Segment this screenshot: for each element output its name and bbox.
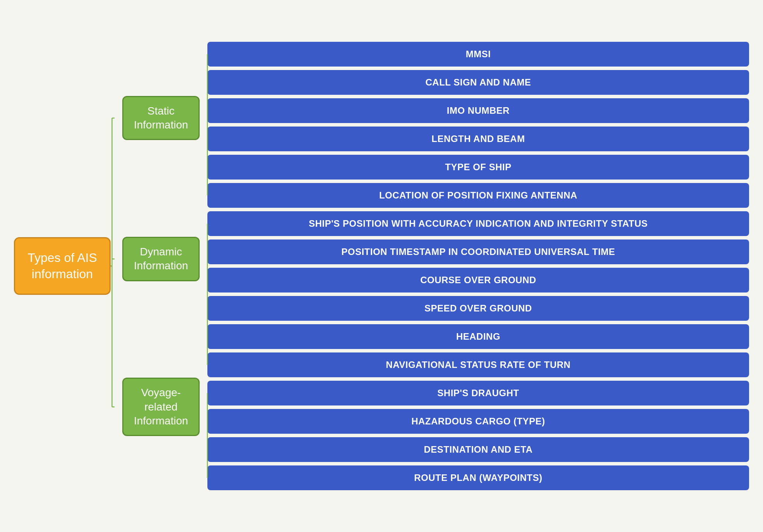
info-box-destination: DESTINATION AND ETA xyxy=(207,437,749,462)
voyage-label: Voyage-related Information xyxy=(134,387,188,427)
root-label: Types of AIS information xyxy=(27,251,97,281)
info-box-hazardous: HAZARDOUS CARGO (TYPE) xyxy=(207,409,749,434)
diagram: Types of AIS information Static Informat… xyxy=(14,40,749,492)
info-box-type-ship: TYPE OF SHIP xyxy=(207,155,749,180)
category-static: Static Information xyxy=(115,96,207,140)
root-node-container: Types of AIS information xyxy=(14,40,115,492)
info-box-course-ground: COURSE OVER GROUND xyxy=(207,268,749,293)
root-node: Types of AIS information xyxy=(14,237,111,295)
info-box-route-plan: ROUTE PLAN (WAYPOINTS) xyxy=(207,465,749,490)
voyage-info-node: Voyage-related Information xyxy=(122,378,200,436)
info-box-location-antenna: LOCATION OF POSITION FIXING ANTENNA xyxy=(207,183,749,208)
info-box-call-sign: CALL SIGN AND NAME xyxy=(207,70,749,95)
info-box-imo: IMO NUMBER xyxy=(207,98,749,123)
info-box-ships-position: SHIP'S POSITION WITH ACCURACY INDICATION… xyxy=(207,211,749,236)
info-box-mmsi: MMSI xyxy=(207,42,749,67)
info-boxes-column: MMSI CALL SIGN AND NAME IMO NUMBER LENGT… xyxy=(207,40,749,492)
info-box-position-timestamp: POSITION TIMESTAMP IN COORDINATED UNIVER… xyxy=(207,239,749,264)
info-box-heading: HEADING xyxy=(207,324,749,349)
category-column: Static Information Dynamic Information V… xyxy=(115,40,207,492)
static-label: Static Information xyxy=(134,105,188,131)
category-dynamic: Dynamic Information xyxy=(115,237,207,281)
info-box-nav-status: NAVIGATIONAL STATUS RATE OF TURN xyxy=(207,352,749,377)
category-voyage: Voyage-related Information xyxy=(115,378,207,436)
dynamic-label: Dynamic Information xyxy=(134,246,188,272)
info-box-length-beam: LENGTH AND BEAM xyxy=(207,127,749,151)
static-info-node: Static Information xyxy=(122,96,200,140)
dynamic-info-node: Dynamic Information xyxy=(122,237,200,281)
info-box-draught: SHIP'S DRAUGHT xyxy=(207,381,749,405)
info-box-speed-ground: SPEED OVER GROUND xyxy=(207,296,749,321)
